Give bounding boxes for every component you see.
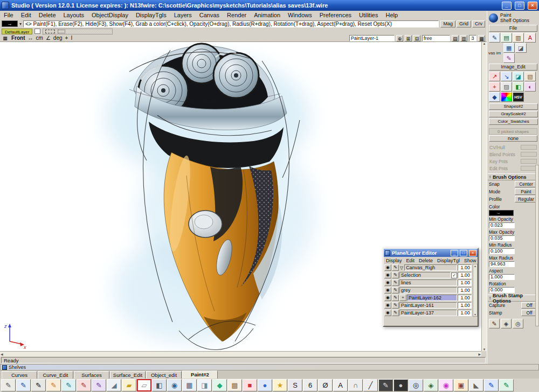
paint-tool-icon[interactable]: ◉ xyxy=(167,379,182,391)
pencil-icon[interactable]: ✎ xyxy=(392,264,399,271)
paint-tool-icon[interactable]: ✎ xyxy=(16,379,31,391)
canvas-layer-name[interactable]: Canvas_Righ xyxy=(404,264,457,271)
layer-editor-menu-item[interactable]: Edit xyxy=(404,258,417,263)
shelf-tool-icon[interactable]: ✎ xyxy=(503,53,515,63)
layer-name[interactable]: PaintLayer-137 xyxy=(399,310,457,316)
layer-editor-scrollbar[interactable]: ▲ ▼ xyxy=(473,264,478,317)
section-toggle-icon[interactable]: ↕ xyxy=(489,174,491,179)
move-icon[interactable]: + xyxy=(399,295,406,301)
marquee-icon[interactable] xyxy=(45,30,55,33)
paint-tool-icon[interactable]: ✎ xyxy=(31,379,46,391)
shelf-tool-icon[interactable]: ▦ xyxy=(503,43,515,53)
paint-tool-icon[interactable]: ◎ xyxy=(409,379,423,391)
layer-opacity-field[interactable]: 1.00 xyxy=(458,287,472,293)
layer-row[interactable]: ◉ ✎ + PaintLayer-162 ✓ 1.00 xyxy=(384,294,472,302)
pencil-icon[interactable]: ✎ xyxy=(392,287,399,293)
menu-item[interactable]: Utilities xyxy=(355,11,382,19)
layer-opacity-field[interactable]: 1.00 xyxy=(458,310,472,316)
menu-item[interactable]: Animation xyxy=(250,11,284,19)
layer-opacity-field[interactable]: 1.00 xyxy=(458,264,472,271)
layer-checkbox[interactable]: ✓ xyxy=(451,272,457,278)
image-edit-tool-icon[interactable]: ◆ xyxy=(489,92,500,102)
numeric-field-input[interactable]: 94.963 xyxy=(489,261,515,267)
section-toggle-icon[interactable]: ↕ xyxy=(489,296,491,300)
layer-editor-menu-item[interactable]: Show xyxy=(462,258,479,263)
shelf-tool-icon[interactable]: ▥ xyxy=(513,33,524,43)
marquee-small-icon[interactable] xyxy=(58,30,65,33)
image-edit-tool-icon[interactable]: ↗ xyxy=(489,72,500,81)
pencil-icon[interactable]: ✎ xyxy=(392,310,399,316)
paint-tool-icon[interactable]: ✎ xyxy=(499,379,514,391)
panel-tool-icon[interactable]: ✎ xyxy=(489,319,500,328)
pencil-icon[interactable]: ✎ xyxy=(392,272,399,278)
shelf-button[interactable]: Color_Swatches xyxy=(489,118,538,125)
image-edit-tool-icon[interactable]: ◐ xyxy=(524,82,536,92)
eye-icon[interactable]: ◉ xyxy=(384,264,391,271)
layer-color-box[interactable] xyxy=(34,29,40,34)
canvas-layer-row[interactable]: ◉ ✎ ▽ Canvas_Righ 1.00 xyxy=(384,264,472,271)
shelf-tab[interactable]: Curve_Edit xyxy=(38,371,73,379)
paint-tool-icon[interactable]: Ø xyxy=(318,379,333,391)
layer-name[interactable]: lines xyxy=(399,279,457,286)
chevron-down-icon[interactable]: ▽ xyxy=(399,265,404,270)
menu-item[interactable]: Help xyxy=(382,11,402,19)
layer-opacity-field[interactable]: 1.00 xyxy=(458,295,472,301)
layer-opacity-field[interactable]: 1.00 xyxy=(458,272,472,278)
shelf-tab[interactable]: Object_edit xyxy=(146,371,182,379)
maximize-button[interactable]: □ xyxy=(460,250,467,256)
eye-icon[interactable]: ◉ xyxy=(384,295,391,301)
numeric-field-input[interactable]: 0.023 xyxy=(489,222,515,228)
paint-tool-icon[interactable]: ▱ xyxy=(137,379,151,391)
paint-tool-icon[interactable]: ■ xyxy=(243,379,257,391)
paint-tool-icon[interactable]: 6 xyxy=(303,379,317,391)
menu-item[interactable]: DisplayTgls xyxy=(132,11,170,19)
toolbar-toggle-button[interactable]: Mag xyxy=(440,20,455,27)
paint-tool-icon[interactable]: ◢ xyxy=(107,379,121,391)
minimize-button[interactable]: _ xyxy=(451,250,458,256)
shelf-tab[interactable]: Surface_Edit xyxy=(110,371,146,379)
layer-name[interactable]: grey xyxy=(399,287,457,293)
scroll-right-icon[interactable]: ▶ xyxy=(478,352,481,356)
scroll-up-icon[interactable]: ▲ xyxy=(474,264,476,268)
brush-option-value[interactable]: Paint xyxy=(515,188,537,195)
panel-scrollbar[interactable] xyxy=(535,165,539,326)
shelf-tab[interactable]: Curves xyxy=(2,371,37,379)
layer-editor-menu-item[interactable]: Display xyxy=(384,258,404,263)
page-prev-icon[interactable]: ▤ xyxy=(452,35,459,41)
paint-tool-icon[interactable]: ✎ xyxy=(378,379,393,391)
paint-tool-icon[interactable]: ✎ xyxy=(46,379,61,391)
image-edit-tool-icon[interactable]: ↘ xyxy=(501,72,512,81)
scroll-down-icon[interactable]: ▼ xyxy=(483,348,486,351)
eye-icon[interactable]: ◉ xyxy=(384,302,391,309)
image-edit-tool-icon[interactable] xyxy=(501,92,512,102)
menu-item[interactable]: Layouts xyxy=(60,11,88,19)
paint-tool-icon[interactable]: ∩ xyxy=(348,379,363,391)
numeric-field-input[interactable]: 0.035 xyxy=(489,235,515,241)
pencil-icon[interactable]: ✎ xyxy=(392,295,399,301)
paint-tool-icon[interactable]: ● xyxy=(393,379,408,391)
zoom-in-icon[interactable]: ⊕ xyxy=(396,35,403,41)
scroll-up-icon[interactable]: ▲ xyxy=(483,42,486,45)
paint-tool-icon[interactable]: ✎ xyxy=(484,379,499,391)
grid-icon[interactable]: ▦ xyxy=(2,35,9,41)
paint-tool-icon[interactable]: ◉ xyxy=(439,379,453,391)
layer-row[interactable]: ◉ ✎ + PaintLayer-161 ✓ 1.00 xyxy=(384,302,472,309)
zoom-out-icon[interactable]: ⊟ xyxy=(413,35,420,41)
eye-icon[interactable]: ◉ xyxy=(384,272,391,278)
close-button[interactable]: × xyxy=(528,2,537,10)
zoom-box-icon[interactable]: ⊞ xyxy=(405,35,412,41)
image-edit-tool-icon[interactable]: HSV xyxy=(513,92,524,102)
paint-tool-icon[interactable]: ▦ xyxy=(182,379,197,391)
eye-icon[interactable]: ◉ xyxy=(384,279,391,286)
menu-item[interactable]: File xyxy=(0,11,17,19)
paint-tool-icon[interactable]: ✎ xyxy=(92,379,106,391)
brush-option-value[interactable]: Regular xyxy=(515,196,537,202)
page-number-field[interactable]: 3 xyxy=(469,35,476,41)
shelf-tool-icon[interactable]: ▤ xyxy=(501,33,512,43)
layer-row[interactable]: ◉ ✎ + Selection ✓ 1.00 xyxy=(384,271,472,279)
current-brush-swatch[interactable]: → xyxy=(2,20,18,27)
paint-tool-icon[interactable]: ◈ xyxy=(424,379,438,391)
menu-item[interactable]: Render xyxy=(223,11,250,19)
window-titlebar[interactable]: Studio ( Version 12.0.1 License expires:… xyxy=(0,0,539,11)
menu-item[interactable]: Canvas xyxy=(196,11,223,19)
